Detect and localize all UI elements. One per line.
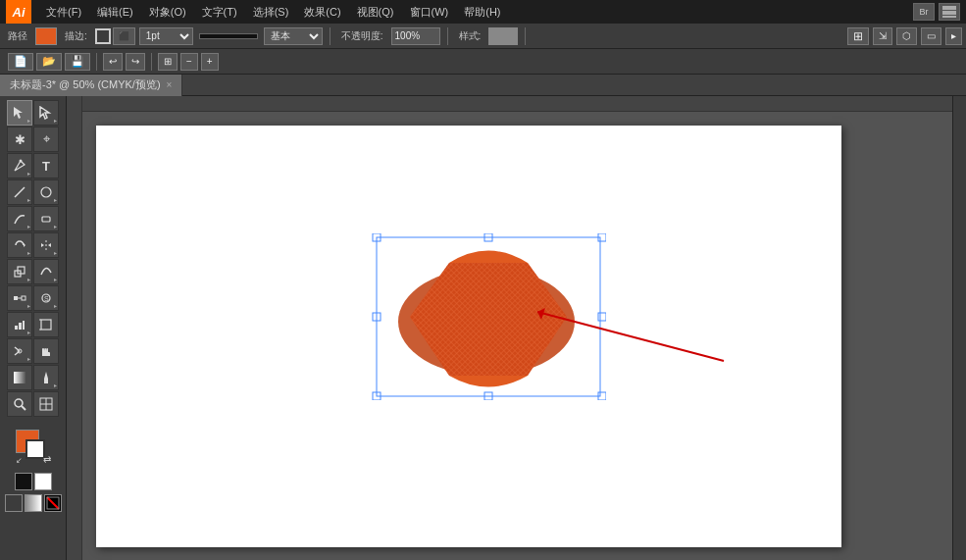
menu-effect[interactable]: 效果(C) bbox=[297, 3, 347, 22]
bridge-button[interactable]: Br bbox=[913, 3, 935, 21]
magic-wand-tool-btn[interactable]: ✱ bbox=[7, 127, 32, 152]
tool-row-7: ▸ ▸ bbox=[7, 259, 59, 284]
tool-row-3: ▸ T bbox=[7, 153, 59, 178]
redo-button[interactable]: ↪ bbox=[126, 53, 145, 71]
stroke-style-preview bbox=[199, 33, 258, 39]
more-button[interactable]: ▸ bbox=[945, 27, 962, 45]
save-button[interactable]: 💾 bbox=[65, 53, 90, 71]
line-tool-btn[interactable]: ▸ bbox=[7, 179, 32, 205]
pen-tool-btn[interactable]: ▸ bbox=[7, 153, 32, 178]
zoom-in-button[interactable]: + bbox=[201, 53, 219, 71]
stroke-color-swatch[interactable] bbox=[95, 28, 111, 44]
canvas-area bbox=[67, 96, 952, 560]
svg-text:S: S bbox=[44, 295, 49, 302]
rotate-tool-btn[interactable]: ▸ bbox=[7, 232, 32, 258]
svg-rect-0 bbox=[942, 6, 956, 10]
open-button[interactable]: 📂 bbox=[36, 53, 62, 71]
svg-point-5 bbox=[20, 160, 23, 163]
menu-bar: 文件(F) 编辑(E) 对象(O) 文字(T) 选择(S) 效果(C) 视图(Q… bbox=[39, 3, 905, 22]
stroke-weight-select[interactable]: 1pt2pt3pt bbox=[139, 27, 193, 45]
menu-edit[interactable]: 编辑(E) bbox=[90, 3, 140, 22]
symbol-tool-btn[interactable]: S ▸ bbox=[33, 285, 59, 311]
scissors-tool-btn[interactable]: ▸ bbox=[7, 338, 32, 364]
menu-window[interactable]: 窗口(W) bbox=[403, 3, 456, 22]
pathfinder-button[interactable]: ⬡ bbox=[896, 27, 917, 45]
zoom-tool-btn[interactable] bbox=[7, 391, 32, 417]
menu-type[interactable]: 文字(T) bbox=[195, 3, 244, 22]
menu-object[interactable]: 对象(O) bbox=[142, 3, 193, 22]
tool-row-5: ▸ ▸ bbox=[7, 206, 59, 231]
lasso-tool-btn[interactable]: ⌖ bbox=[33, 127, 59, 152]
undo-button[interactable]: ↩ bbox=[103, 53, 123, 71]
divider-3 bbox=[525, 27, 526, 45]
swap-colors-icon[interactable]: ⇄ bbox=[43, 455, 51, 465]
gradient-tool-btn[interactable] bbox=[7, 365, 32, 390]
artboard-tool-btn[interactable] bbox=[33, 312, 59, 337]
white-swatch[interactable] bbox=[34, 473, 52, 490]
color-mode-icon[interactable] bbox=[5, 494, 23, 512]
menu-file[interactable]: 文件(F) bbox=[39, 3, 88, 22]
opacity-label: 不透明度: bbox=[337, 29, 387, 43]
hand-tool-btn[interactable] bbox=[33, 338, 59, 364]
reflect-tool-btn[interactable]: ▸ bbox=[33, 232, 59, 258]
none-swatch[interactable] bbox=[44, 494, 62, 512]
type-tool-btn[interactable]: T bbox=[33, 153, 59, 178]
color-mode-row bbox=[5, 494, 62, 512]
svg-rect-2 bbox=[942, 16, 956, 18]
svg-rect-22 bbox=[23, 321, 25, 330]
none-color-row bbox=[15, 473, 52, 490]
eraser-tool-btn[interactable]: ▸ bbox=[33, 206, 59, 231]
svg-point-7 bbox=[41, 187, 51, 197]
stroke-swatch[interactable] bbox=[25, 439, 45, 459]
fill-color-swatch[interactable] bbox=[35, 27, 57, 45]
align-button[interactable]: ⊞ bbox=[847, 27, 869, 45]
default-colors-icon[interactable]: ↙ bbox=[16, 456, 23, 465]
tool-row-6: ▸ ▸ bbox=[7, 232, 59, 258]
svg-rect-52 bbox=[598, 313, 606, 321]
right-panel bbox=[952, 96, 966, 560]
tab-bar: 未标题-3* @ 50% (CMYK/预览) × bbox=[0, 75, 966, 96]
select-tool-btn[interactable]: ▸ bbox=[7, 100, 32, 126]
style-swatch[interactable] bbox=[488, 27, 518, 45]
tool-row-2: ✱ ⌖ bbox=[7, 127, 59, 152]
opacity-input[interactable] bbox=[391, 27, 440, 45]
divider-5 bbox=[151, 53, 152, 71]
tool-row-1: ▸ ▸ bbox=[7, 100, 59, 126]
menu-view[interactable]: 视图(Q) bbox=[350, 3, 401, 22]
gradient-swatch[interactable] bbox=[25, 494, 42, 512]
svg-line-37 bbox=[47, 497, 59, 509]
eyedropper-tool-btn[interactable]: ▸ bbox=[33, 365, 59, 390]
mesh-tool-btn[interactable] bbox=[33, 391, 59, 417]
tab-close-button[interactable]: × bbox=[167, 79, 173, 90]
zoom-out-button[interactable]: − bbox=[180, 53, 198, 71]
ellipse-tool-btn[interactable]: ▸ bbox=[33, 179, 59, 205]
shape-container[interactable] bbox=[371, 233, 606, 400]
pencil-tool-btn[interactable]: ▸ bbox=[7, 206, 32, 231]
scale-tool-btn[interactable]: ▸ bbox=[7, 259, 32, 284]
stroke-type-select[interactable]: 基本 bbox=[264, 27, 323, 45]
shape-button[interactable]: ▭ bbox=[921, 27, 941, 45]
menu-help[interactable]: 帮助(H) bbox=[457, 3, 507, 22]
svg-marker-4 bbox=[40, 107, 49, 119]
blend-tool-btn[interactable]: ▸ bbox=[7, 285, 32, 311]
graph-tool-btn[interactable]: ▸ bbox=[7, 312, 32, 337]
tool-row-4: ▸ ▸ bbox=[7, 179, 59, 205]
svg-rect-30 bbox=[44, 379, 48, 383]
svg-rect-8 bbox=[42, 217, 50, 222]
black-swatch[interactable] bbox=[15, 473, 32, 490]
transform-button[interactable]: ⇲ bbox=[873, 27, 892, 45]
svg-line-33 bbox=[22, 406, 25, 410]
workspace-button[interactable] bbox=[939, 3, 960, 21]
warp-tool-btn[interactable]: ▸ bbox=[33, 259, 59, 284]
new-doc-button[interactable]: 📄 bbox=[8, 53, 33, 71]
view-mode-button[interactable]: ⊞ bbox=[158, 53, 178, 71]
divider-1 bbox=[330, 27, 330, 45]
tool-row-12 bbox=[7, 391, 59, 417]
direct-select-tool-btn[interactable]: ▸ bbox=[33, 100, 59, 126]
svg-marker-12 bbox=[48, 243, 51, 247]
title-bar: Ai 文件(F) 编辑(E) 对象(O) 文字(T) 选择(S) 效果(C) 视… bbox=[0, 0, 966, 24]
stroke-align-center[interactable]: ⬛ bbox=[113, 27, 135, 45]
document-tab[interactable]: 未标题-3* @ 50% (CMYK/预览) × bbox=[0, 75, 182, 96]
svg-point-32 bbox=[15, 399, 23, 407]
menu-select[interactable]: 选择(S) bbox=[246, 3, 296, 22]
